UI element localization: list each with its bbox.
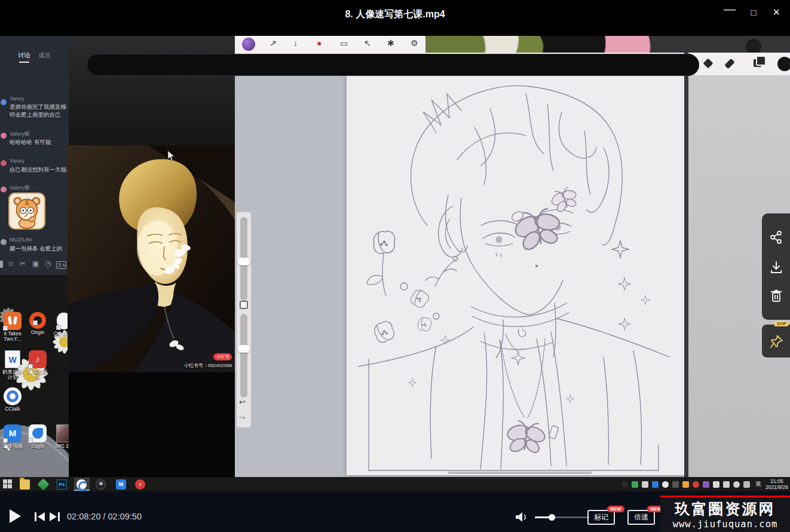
- avatar: [1, 160, 7, 166]
- tray-icon[interactable]: [632, 481, 638, 488]
- obs-icon[interactable]: [96, 479, 106, 490]
- photoshop-icon[interactable]: Ps: [57, 479, 67, 490]
- portrait-photo-graphic: [68, 145, 235, 372]
- tray-icon[interactable]: [672, 481, 679, 488]
- tray-obs-icon[interactable]: [621, 481, 628, 488]
- pointer-icon[interactable]: ↖: [364, 38, 371, 48]
- word-doc-icon: W: [5, 350, 20, 368]
- layers-icon[interactable]: [754, 59, 761, 67]
- next-button[interactable]: [50, 512, 60, 522]
- tools-icon[interactable]: ⚙: [411, 38, 418, 48]
- tray-monitor-icon[interactable]: [723, 481, 730, 488]
- drawing-canvas[interactable]: [347, 76, 684, 475]
- file-explorer-icon[interactable]: [20, 479, 30, 490]
- windows-desktop: ↖ It Takes Two F... ↖ Origin ↖ QQ 2021 W…: [0, 275, 69, 477]
- emoji-icon[interactable]: ☺: [7, 259, 14, 268]
- tray-icon[interactable]: [662, 481, 669, 488]
- tray-icon[interactable]: [682, 481, 689, 488]
- site-watermark: 玖富圈资源网 www.jiufuquan.com: [660, 496, 790, 532]
- desktop-icon-word-doc[interactable]: W 奶茶成饮计划: [0, 350, 25, 380]
- brush-icon[interactable]: [703, 59, 714, 69]
- undo-icon[interactable]: ↩: [239, 398, 246, 406]
- modify-button[interactable]: [240, 301, 248, 309]
- color-swatch-icon[interactable]: [777, 57, 790, 71]
- record-icon[interactable]: ●: [317, 38, 321, 48]
- mic-icon[interactable]: [0, 261, 3, 268]
- desktop-icon-mapp[interactable]: M↖ 迅捷视频: [0, 424, 25, 449]
- photo-viewer-background: [69, 36, 235, 145]
- desktop-icon-qq[interactable]: ↖ QQ 2021: [51, 312, 69, 337]
- settings-icon[interactable]: ✱: [387, 38, 394, 48]
- netease-taskbar-icon[interactable]: ♪: [135, 479, 145, 490]
- maximize-button[interactable]: □: [745, 7, 763, 17]
- shortcut-arrow-icon: ↖: [3, 438, 8, 443]
- tray-icon[interactable]: [652, 481, 659, 488]
- tray-icon[interactable]: [642, 481, 648, 488]
- desktop-icon-eagle[interactable]: ↖ Eagle: [25, 424, 50, 449]
- desktop-icon-cctalk[interactable]: CCtalk: [0, 387, 25, 412]
- chat-username: Yaney: [10, 96, 25, 102]
- avatar: [1, 239, 7, 245]
- tab-discussion[interactable]: 讨论: [18, 51, 30, 60]
- watermark-title: 玖富圈资源网: [660, 499, 790, 519]
- opacity-slider[interactable]: [240, 314, 247, 398]
- tray-pin-icon[interactable]: [713, 481, 719, 488]
- volume-icon[interactable]: [515, 512, 527, 522]
- volume-handle[interactable]: [549, 514, 555, 521]
- share-icon[interactable]: [770, 230, 783, 244]
- blue-m-app-taskbar-icon[interactable]: M: [116, 479, 126, 490]
- avatar[interactable]: [242, 38, 255, 51]
- chat-message: 赌一包辣条 会爱上的: [10, 244, 67, 252]
- tiger-sticker[interactable]: 王: [8, 192, 45, 230]
- monitor-icon[interactable]: ▭: [340, 38, 348, 48]
- video-player-window: 8. 人像速写第七课.mp4 — □ × 讨论 成员 Yaney 老师你画完了我…: [0, 0, 790, 532]
- avatar: [1, 186, 7, 192]
- stream-toolbar: ↗ ↓ ● ▭ ↖ ✱ ⚙: [235, 36, 425, 53]
- tray-netease-icon[interactable]: [693, 481, 699, 488]
- image-file-icon: [56, 424, 69, 442]
- close-button[interactable]: ×: [767, 5, 785, 19]
- share-icon[interactable]: ↗: [270, 38, 277, 48]
- avatar: [1, 99, 7, 105]
- desktop-icon-it-takes-two[interactable]: ↖ It Takes Two F...: [0, 312, 25, 342]
- translate-icon[interactable]: 文A: [56, 261, 66, 269]
- download-icon[interactable]: ↓: [293, 38, 298, 48]
- eraser-icon[interactable]: [724, 59, 735, 69]
- input-language-indicator[interactable]: 英: [755, 480, 761, 488]
- chat-message: 哈哈哈哈 有可能: [10, 138, 67, 146]
- taskbar-clock[interactable]: 21:05 2021/9/26: [764, 478, 790, 490]
- shortcut-arrow-icon: ↖: [28, 364, 33, 369]
- redo-icon[interactable]: ↪: [239, 413, 246, 422]
- tray-volume-icon[interactable]: [733, 481, 740, 488]
- pin-icon[interactable]: [769, 335, 783, 349]
- scissors-icon[interactable]: ✂: [20, 259, 26, 268]
- mouse-cursor: [167, 151, 175, 161]
- tray-pen-icon[interactable]: [743, 481, 750, 488]
- previous-button[interactable]: [35, 512, 45, 522]
- desktop-icon-origin[interactable]: ↖ Origin: [25, 312, 50, 335]
- chat-username: MUZIUNI: [10, 237, 32, 243]
- start-button-icon[interactable]: [3, 479, 13, 490]
- image-icon[interactable]: ▣: [32, 259, 39, 268]
- download-icon[interactable]: [770, 260, 783, 274]
- procreate-sidebar: ↩ ↪: [237, 212, 251, 427]
- svg-text:王: 王: [24, 200, 29, 206]
- photo-watermark: 小红书号：952402068: [184, 362, 232, 369]
- green-app-icon[interactable]: [37, 478, 49, 490]
- tray-icon[interactable]: [703, 481, 709, 488]
- chat-username: Valery酱: [10, 184, 30, 192]
- reference-photo: 小红书 小红书号：952402068: [68, 145, 235, 372]
- tab-members[interactable]: 成员: [38, 51, 51, 60]
- desktop-icon-img[interactable]: IMG 2...: [51, 424, 69, 449]
- chat-username: Yaney: [10, 158, 25, 164]
- play-button[interactable]: [10, 509, 21, 523]
- brush-size-handle[interactable]: [238, 258, 250, 265]
- desktop-icon-netease-music[interactable]: ♪↖ 网易云音乐: [25, 350, 50, 380]
- minimize-button[interactable]: —: [721, 2, 739, 16]
- opacity-handle[interactable]: [238, 345, 250, 353]
- trash-icon[interactable]: [770, 289, 783, 303]
- cctalk-icon: [4, 387, 22, 405]
- clock-icon[interactable]: ◷: [45, 259, 51, 268]
- eagle-icon: ↖: [29, 424, 47, 442]
- cctalk-taskbar-icon[interactable]: [76, 479, 87, 490]
